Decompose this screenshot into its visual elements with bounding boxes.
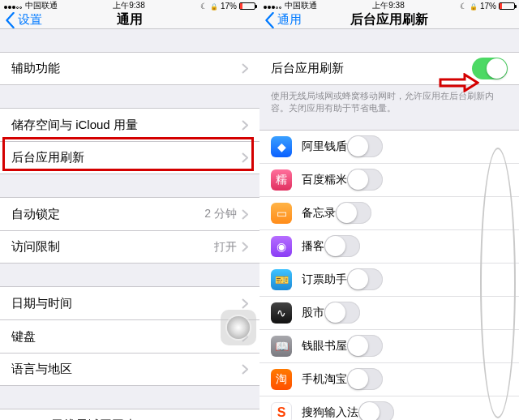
row-itunes-sync[interactable]: iTunes 无线局域网同步 — [0, 409, 260, 420]
page-title: 后台应用刷新 — [350, 11, 428, 28]
app-list: ◆阿里钱盾糯百度糯米▭备忘录◉播客🎫订票助手∿股市📖钱眼书屋淘手机淘宝S搜狗输入… — [260, 130, 519, 420]
app-toggle[interactable] — [336, 202, 371, 224]
app-toggle[interactable] — [347, 135, 383, 157]
app-row: 📖钱眼书屋 — [260, 329, 519, 362]
app-name: 阿里钱盾 — [302, 139, 347, 154]
master-toggle[interactable] — [472, 58, 508, 79]
app-icon: ◆ — [271, 136, 292, 157]
app-row: ◆阿里钱盾 — [260, 130, 519, 163]
app-icon: ◉ — [271, 236, 292, 257]
clock: 上午9:38 — [372, 0, 404, 11]
clock: 上午9:38 — [113, 0, 144, 11]
screen-background-refresh: 中国联通 上午9:38 17% 通用 后台应用刷新 后台应用刷新 使用无线局域网… — [260, 0, 519, 420]
app-icon: S — [271, 402, 292, 420]
restrictions-value: 打开 — [214, 240, 237, 255]
app-name: 股市 — [302, 306, 324, 320]
app-name: 搜狗输入法 — [302, 405, 358, 420]
app-icon: 淘 — [271, 369, 292, 390]
app-toggle[interactable] — [324, 235, 360, 257]
autolock-value: 2 分钟 — [204, 207, 237, 221]
app-name: 百度糯米 — [302, 173, 347, 187]
app-row: ∿股市 — [260, 296, 519, 329]
battery-icon — [499, 2, 515, 10]
app-icon: 糯 — [271, 169, 292, 191]
app-name: 手机淘宝 — [302, 372, 347, 387]
footer-note: 使用无线局域网或蜂窝移动网时，允许应用在后台刷新内容。关闭应用有助于节省电量。 — [260, 85, 519, 120]
back-label: 设置 — [18, 12, 42, 28]
app-name: 播客 — [302, 239, 324, 254]
screen-general: 中国联通 上午9:38 17% 设置 通用 辅助功能 储存空间与 iCloud … — [0, 0, 260, 420]
app-toggle[interactable] — [324, 302, 360, 324]
app-icon: ▭ — [271, 203, 292, 224]
chevron-right-icon — [242, 364, 248, 375]
orientation-lock-icon — [210, 2, 218, 11]
app-toggle[interactable] — [347, 368, 383, 390]
chevron-left-icon — [5, 12, 15, 28]
battery-pct: 17% — [480, 2, 496, 11]
back-label: 通用 — [277, 12, 302, 28]
row-storage[interactable]: 储存空间与 iCloud 用量 — [0, 108, 260, 141]
dnd-icon — [460, 2, 467, 11]
signal-dots-icon — [4, 2, 23, 11]
row-background-refresh[interactable]: 后台应用刷新 — [0, 141, 260, 174]
navbar: 通用 后台应用刷新 — [260, 11, 519, 29]
navbar: 设置 通用 — [0, 11, 260, 29]
row-language[interactable]: 语言与地区 — [0, 353, 260, 386]
chevron-right-icon — [242, 209, 248, 220]
back-button[interactable]: 设置 — [5, 12, 42, 28]
app-name: 订票助手 — [302, 272, 347, 287]
app-toggle[interactable] — [347, 268, 383, 290]
row-autolock[interactable]: 自动锁定 2 分钟 — [0, 197, 260, 230]
app-row: 🎫订票助手 — [260, 263, 519, 296]
chevron-left-icon — [264, 12, 275, 28]
chevron-right-icon — [242, 152, 248, 163]
chevron-right-icon — [242, 63, 248, 74]
page-title: 通用 — [117, 11, 143, 28]
app-row: ▭备忘录 — [260, 196, 519, 229]
chevron-right-icon — [242, 298, 248, 309]
row-accessibility[interactable]: 辅助功能 — [0, 52, 260, 85]
app-icon: 📖 — [271, 336, 292, 357]
battery-icon — [239, 2, 255, 10]
orientation-lock-icon — [470, 2, 478, 11]
app-name: 钱眼书屋 — [302, 339, 347, 354]
app-toggle[interactable] — [347, 335, 383, 357]
app-name: 备忘录 — [302, 206, 336, 221]
chevron-right-icon — [242, 242, 248, 252]
back-button[interactable]: 通用 — [264, 12, 302, 28]
app-icon: ∿ — [271, 302, 292, 324]
row-master-toggle: 后台应用刷新 — [260, 52, 519, 85]
app-row: 淘手机淘宝 — [260, 362, 519, 396]
carrier-label: 中国联通 — [285, 0, 317, 11]
status-bar: 中国联通 上午9:38 17% — [260, 0, 519, 11]
app-row: ◉播客 — [260, 229, 519, 263]
row-restrictions[interactable]: 访问限制 打开 — [0, 230, 260, 264]
assistive-touch-button[interactable] — [221, 310, 256, 345]
battery-pct: 17% — [221, 2, 237, 11]
app-toggle[interactable] — [358, 401, 394, 420]
chevron-right-icon — [242, 120, 248, 131]
dnd-icon — [200, 2, 208, 11]
app-row: S搜狗输入法 — [260, 396, 519, 420]
carrier-label: 中国联通 — [25, 0, 58, 11]
app-toggle[interactable] — [347, 169, 383, 191]
app-icon: 🎫 — [271, 269, 292, 290]
app-row: 糯百度糯米 — [260, 163, 519, 196]
status-bar: 中国联通 上午9:38 17% — [0, 0, 260, 11]
signal-dots-icon — [264, 2, 282, 11]
